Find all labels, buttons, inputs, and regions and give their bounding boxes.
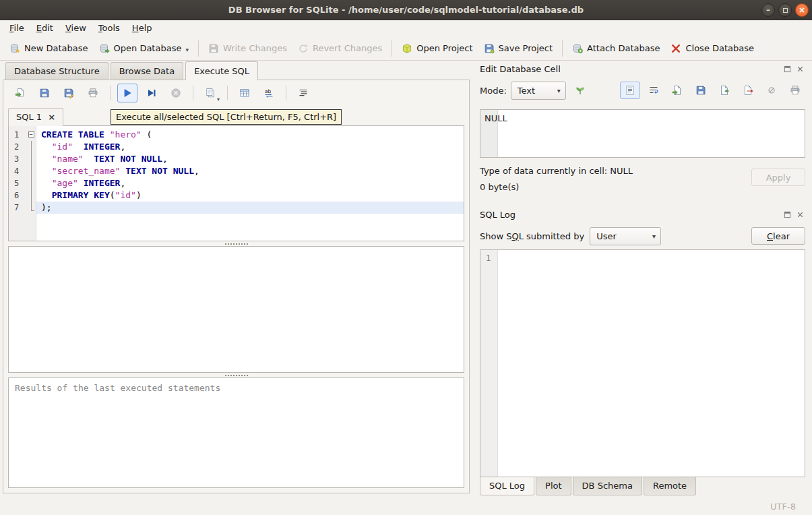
stop-icon bbox=[170, 88, 181, 98]
line-number: 1 bbox=[9, 129, 26, 141]
save-sql-file-as-button[interactable] bbox=[59, 84, 79, 102]
close-database-button[interactable]: Close Database bbox=[665, 40, 759, 57]
fold-column-row[interactable]: − bbox=[26, 131, 36, 144]
log-filter-select[interactable]: User ▾ bbox=[590, 227, 661, 245]
find-replace-button[interactable]: ab bbox=[259, 84, 279, 102]
app-window: DB Browser for SQLite - /home/user/code/… bbox=[0, 0, 812, 515]
auto-format-button[interactable] bbox=[293, 84, 313, 102]
cell-editor[interactable]: NULL bbox=[480, 109, 805, 158]
tab-browse-data[interactable]: Browse Data bbox=[111, 62, 184, 80]
sql-code[interactable]: CREATE TABLE "hero" ( "id" INTEGER, "nam… bbox=[36, 126, 464, 241]
toolbar-separator bbox=[110, 86, 111, 100]
close-database-icon bbox=[670, 43, 681, 54]
left-panel: Database StructureBrowse DataExecute SQL… bbox=[0, 61, 473, 497]
save-sql-file-as-icon bbox=[63, 88, 74, 98]
splitter-handle-2[interactable] bbox=[3, 373, 469, 377]
execute-current-line-button[interactable] bbox=[142, 84, 162, 102]
open-file-button[interactable] bbox=[667, 82, 687, 99]
export-csv-button[interactable] bbox=[235, 84, 255, 102]
stop-button[interactable] bbox=[166, 84, 186, 102]
chevron-down-icon[interactable]: ▾ bbox=[185, 47, 189, 54]
attach-database-button[interactable]: Attach Database bbox=[567, 40, 665, 57]
menu-help[interactable]: Help bbox=[126, 20, 158, 36]
word-wrap-button[interactable] bbox=[644, 82, 664, 99]
write-changes-button[interactable]: Write Changes bbox=[203, 40, 292, 57]
open-sql-file-button[interactable] bbox=[10, 84, 30, 102]
print-icon bbox=[88, 88, 98, 98]
splitter-handle[interactable] bbox=[3, 241, 469, 246]
log-filter-value: User bbox=[596, 231, 617, 241]
tab-database-structure[interactable]: Database Structure bbox=[5, 62, 108, 80]
fold-column[interactable]: − bbox=[26, 126, 36, 241]
code-line[interactable]: "secret_name" TEXT NOT NULL, bbox=[36, 165, 464, 177]
open-file-icon bbox=[672, 85, 683, 96]
code-line[interactable]: "name" TEXT NOT NULL, bbox=[36, 153, 464, 165]
maximize-icon bbox=[783, 8, 788, 13]
database-new-icon bbox=[9, 43, 20, 54]
fold-column-row bbox=[26, 204, 36, 216]
print-cell-button[interactable] bbox=[785, 82, 805, 99]
minimize-button[interactable]: – bbox=[761, 3, 775, 17]
fold-marker-icon[interactable]: − bbox=[28, 131, 34, 138]
menu-tools[interactable]: Tools bbox=[92, 20, 126, 36]
save-file-button[interactable] bbox=[691, 82, 711, 99]
set-null-button[interactable] bbox=[761, 82, 782, 99]
import-data-button[interactable] bbox=[714, 82, 735, 99]
export-data-button[interactable] bbox=[738, 82, 758, 99]
menu-view[interactable]: View bbox=[59, 20, 92, 36]
mode-select[interactable]: Text ▾ bbox=[511, 82, 566, 100]
log-gutter: 1 bbox=[480, 250, 498, 477]
tab-remote[interactable]: Remote bbox=[644, 477, 696, 495]
float-icon[interactable] bbox=[782, 64, 792, 74]
mode-row: Mode: Text ▾ bbox=[480, 80, 805, 101]
close-tab-icon[interactable]: × bbox=[48, 113, 55, 121]
print-button[interactable] bbox=[83, 84, 103, 102]
open-database-button[interactable]: Open Database▾ bbox=[94, 40, 194, 57]
toolbar-separator bbox=[227, 86, 228, 100]
execute-tooltip: Execute all/selected SQL [Ctrl+Return, F… bbox=[111, 109, 342, 125]
write-changes-icon bbox=[208, 43, 219, 54]
text-mode-icon bbox=[625, 85, 635, 96]
auto-switch-mode-button[interactable] bbox=[570, 81, 590, 100]
open-project-button[interactable]: Open Project bbox=[396, 40, 478, 57]
code-line[interactable]: PRIMARY KEY("id") bbox=[36, 189, 464, 202]
window-controls: – × bbox=[761, 3, 809, 17]
chevron-down-icon: ▾ bbox=[652, 233, 656, 240]
sql-log-area[interactable]: 1 bbox=[480, 249, 805, 477]
toolbar-separator bbox=[198, 40, 199, 57]
save-results-button[interactable]: ▾ bbox=[200, 84, 220, 102]
save-project-button[interactable]: Save Project bbox=[478, 40, 559, 57]
code-line[interactable]: ); bbox=[36, 202, 464, 214]
execute-all-icon bbox=[122, 88, 133, 98]
maximize-button[interactable] bbox=[778, 3, 792, 17]
menu-file[interactable]: File bbox=[3, 20, 30, 36]
code-line[interactable]: "age" INTEGER, bbox=[36, 177, 464, 189]
code-line[interactable]: CREATE TABLE "hero" ( bbox=[36, 129, 464, 141]
clear-button[interactable]: Clear bbox=[751, 227, 805, 245]
execute-all-button[interactable] bbox=[117, 84, 137, 102]
tab-execute-sql[interactable]: Execute SQL bbox=[185, 61, 258, 80]
menu-edit[interactable]: Edit bbox=[30, 20, 59, 36]
tab-sql-1[interactable]: SQL 1 × bbox=[8, 108, 63, 126]
tab-db-schema[interactable]: DB Schema bbox=[573, 477, 642, 495]
float-icon[interactable] bbox=[782, 210, 792, 220]
apply-button[interactable]: Apply bbox=[751, 169, 805, 186]
code-line[interactable]: "id" INTEGER, bbox=[36, 141, 464, 153]
save-sql-file-button[interactable] bbox=[34, 84, 55, 102]
tab-sql-log[interactable]: SQL Log bbox=[480, 477, 534, 495]
edit-cell-title: Edit Database Cell bbox=[480, 64, 780, 74]
titlebar[interactable]: DB Browser for SQLite - /home/user/code/… bbox=[0, 0, 812, 20]
tab-plot[interactable]: Plot bbox=[536, 477, 571, 495]
sql-editor[interactable]: 1234567 − CREATE TABLE "hero" ( "id" INT… bbox=[8, 125, 464, 241]
new-database-button[interactable]: New Database bbox=[4, 40, 94, 57]
sql-tab-label: SQL 1 bbox=[16, 112, 42, 122]
fold-column-row bbox=[26, 156, 36, 168]
revert-changes-button[interactable]: Revert Changes bbox=[292, 40, 387, 57]
close-icon[interactable] bbox=[795, 64, 805, 74]
save-sql-file-icon bbox=[39, 88, 50, 98]
mode-value: Text bbox=[518, 86, 535, 96]
line-number: 2 bbox=[9, 141, 26, 153]
close-icon[interactable] bbox=[795, 210, 805, 220]
close-button[interactable]: × bbox=[795, 3, 809, 17]
text-mode-button[interactable] bbox=[620, 82, 640, 99]
